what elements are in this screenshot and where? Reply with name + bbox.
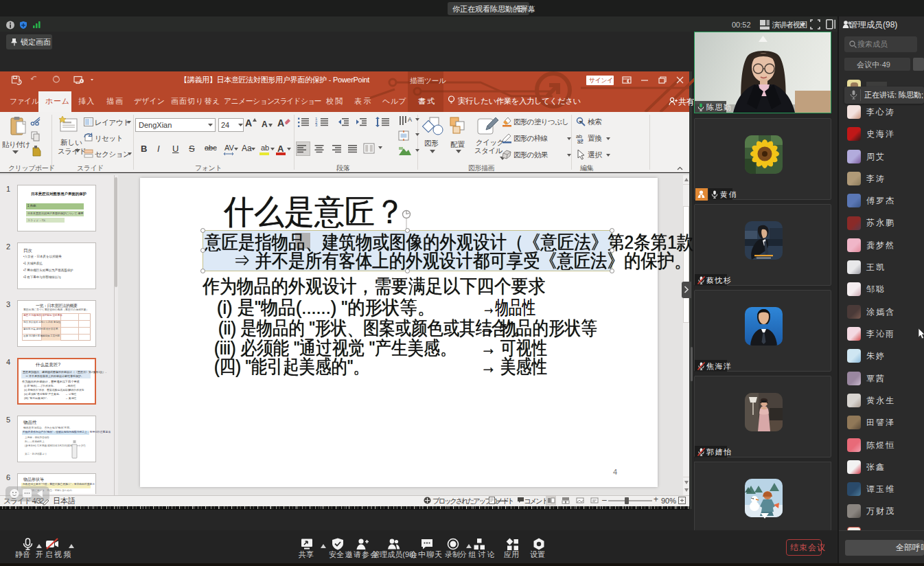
svg-text:A: A [408,116,412,123]
svg-text:ac: ac [577,139,583,145]
